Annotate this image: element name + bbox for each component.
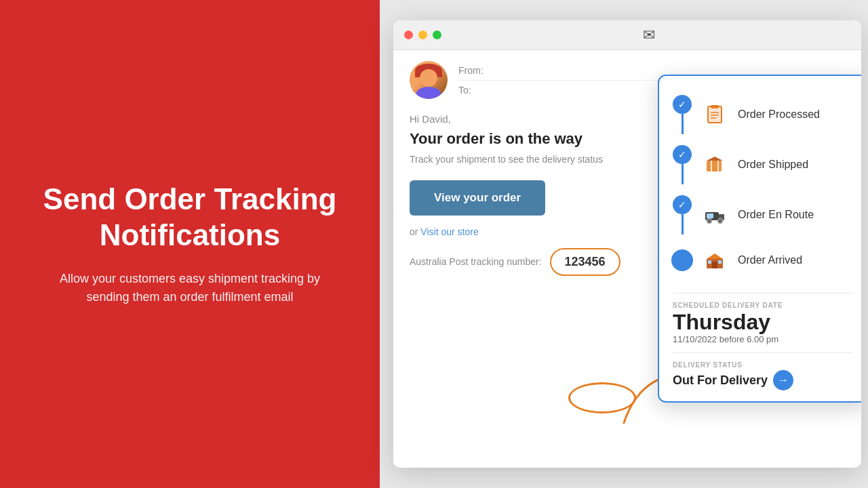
step-label-4: Order Arrived xyxy=(738,254,802,266)
svg-point-14 xyxy=(718,219,723,224)
step-icon-2 xyxy=(700,150,730,180)
svg-marker-17 xyxy=(707,253,723,259)
status-text: Out For Delivery xyxy=(673,373,768,388)
svg-rect-18 xyxy=(712,262,717,268)
svg-rect-15 xyxy=(707,214,713,218)
tracking-step-3: ✓ Order En Route xyxy=(673,190,853,240)
step-connector-3 xyxy=(682,214,684,235)
status-arrow-button[interactable]: → xyxy=(773,370,793,390)
step-circle-2: ✓ xyxy=(673,145,692,164)
tracking-step-4: Order Arrived xyxy=(673,240,853,281)
mail-icon: ✉ xyxy=(643,26,655,44)
tracking-steps: ✓ Order Processed ✓ xyxy=(673,89,853,281)
step-circle-1: ✓ xyxy=(673,95,692,114)
step-label-2: Order Shipped xyxy=(738,159,808,171)
to-label: To: xyxy=(458,85,486,96)
step-line-4 xyxy=(673,249,692,271)
svg-rect-20 xyxy=(718,260,722,264)
left-panel: Send Order Tracking Notifications Allow … xyxy=(0,0,380,488)
main-description: Allow your customers easy shipment track… xyxy=(41,270,339,306)
from-label: From: xyxy=(458,65,486,76)
delivery-date-section: SCHEDULED DELIVERY DATE Thursday 11/10/2… xyxy=(673,302,853,344)
avatar-face xyxy=(420,69,437,87)
dot-red[interactable] xyxy=(404,30,413,39)
tracking-number-badge: 123456 xyxy=(550,248,620,276)
dot-green[interactable] xyxy=(433,30,441,39)
step-icon-3 xyxy=(700,200,730,230)
tracking-prefix: Australia Post tracking number: xyxy=(410,256,542,267)
delivery-date: 11/10/2022 before 6.00 pm xyxy=(673,334,853,344)
step-connector-2 xyxy=(682,164,684,184)
svg-rect-7 xyxy=(707,161,722,171)
circle-annotation xyxy=(568,382,636,413)
right-panel: ✉ From: To: xyxy=(380,0,868,488)
main-heading: Send Order Tracking Notifications xyxy=(41,182,339,253)
tracking-divider xyxy=(673,293,853,293)
step-circle-4 xyxy=(671,249,693,271)
scheduled-label: SCHEDULED DELIVERY DATE xyxy=(673,302,853,309)
view-order-button[interactable]: View your order xyxy=(410,180,545,216)
avatar xyxy=(410,61,448,99)
store-link-prefix: or xyxy=(410,226,420,237)
svg-rect-19 xyxy=(708,260,711,264)
browser-window: ✉ From: To: xyxy=(393,20,861,468)
step-circle-3: ✓ xyxy=(673,195,692,214)
delivery-status-section: Out For Delivery → xyxy=(673,370,853,390)
store-link[interactable]: Visit our store xyxy=(420,226,478,237)
step-line-1: ✓ xyxy=(673,95,692,134)
svg-rect-3 xyxy=(711,105,719,108)
email-body: From: To: Hi David, Your order is on the… xyxy=(393,50,861,468)
svg-marker-8 xyxy=(707,157,723,161)
svg-point-13 xyxy=(707,219,712,224)
delivery-day: Thursday xyxy=(673,310,853,334)
step-label-1: Order Processed xyxy=(738,108,820,121)
step-icon-1 xyxy=(700,100,730,129)
tracking-step-1: ✓ Order Processed xyxy=(673,89,853,140)
browser-titlebar: ✉ xyxy=(393,20,861,50)
svg-rect-1 xyxy=(708,106,722,123)
avatar-body xyxy=(416,87,441,99)
status-label: DELIVERY STATUS xyxy=(673,361,853,369)
step-icon-4 xyxy=(700,245,730,275)
step-connector-1 xyxy=(682,114,684,134)
step-label-3: Order En Route xyxy=(738,209,814,221)
dot-yellow[interactable] xyxy=(418,30,427,39)
step-line-3: ✓ xyxy=(673,195,692,235)
tracking-card: ✓ Order Processed ✓ xyxy=(658,75,861,403)
tracking-divider-2 xyxy=(673,352,853,353)
step-line-2: ✓ xyxy=(673,145,692,184)
tracking-step-2: ✓ Order Shipped xyxy=(673,140,853,190)
